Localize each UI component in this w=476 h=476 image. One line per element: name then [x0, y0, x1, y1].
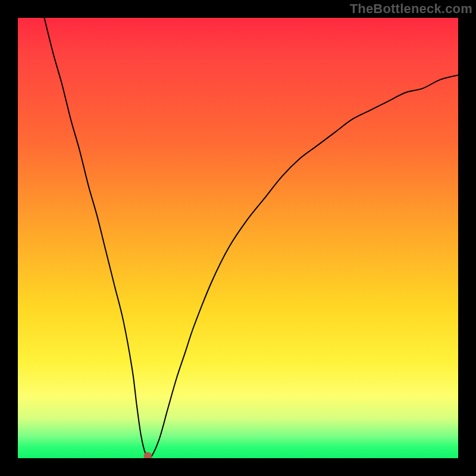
curve-svg — [18, 18, 458, 458]
plot-area — [18, 18, 458, 458]
watermark-label: TheBottleneck.com — [350, 1, 472, 17]
bottleneck-curve-path — [44, 18, 458, 458]
chart-frame: TheBottleneck.com — [0, 0, 476, 476]
